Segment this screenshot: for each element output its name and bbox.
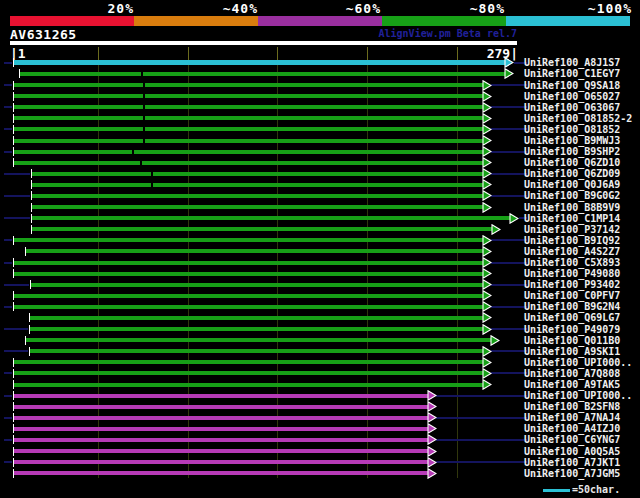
alignment-bar[interactable]	[13, 394, 428, 398]
row-label[interactable]: UniRef100_Q9SA18	[524, 80, 620, 91]
start-tick	[13, 380, 14, 389]
alignment-bar[interactable]	[31, 172, 483, 176]
row-label[interactable]: UniRef100_Q0J6A9	[524, 179, 620, 190]
alignment-bar[interactable]	[31, 183, 483, 187]
row-label[interactable]: UniRef100_B2SFN8	[524, 401, 620, 412]
arrowhead-icon	[482, 179, 492, 190]
start-tick	[29, 347, 30, 356]
row-label[interactable]: UniRef100_O63067	[524, 102, 620, 113]
alignment-bar[interactable]	[13, 139, 483, 143]
alignment-bar[interactable]	[31, 216, 510, 220]
row-label[interactable]: UniRef100_Q011B0	[524, 335, 620, 346]
guide-line-left	[4, 328, 28, 330]
row-label[interactable]: UniRef100_C0PFV7	[524, 290, 620, 301]
start-tick	[13, 125, 14, 134]
row-label[interactable]: UniRef100_C1EGY7	[524, 68, 620, 79]
alignment-bar[interactable]	[13, 438, 428, 442]
start-tick	[13, 435, 14, 444]
alignment-bar[interactable]	[13, 161, 483, 165]
row-label[interactable]: UniRef100_A8J1S7	[524, 57, 620, 68]
row-label[interactable]: UniRef100_B9IQ92	[524, 235, 620, 246]
alignment-bar[interactable]	[13, 460, 428, 464]
row-label[interactable]: UniRef100_A7JGM5	[524, 468, 620, 479]
row-label[interactable]: UniRef100_A9TAK5	[524, 379, 620, 390]
alignment-bar[interactable]	[19, 72, 505, 76]
row-label[interactable]: UniRef100_Q6ZD09	[524, 168, 620, 179]
key-segment-40	[134, 16, 258, 26]
row-label[interactable]: UniRef100_A0Q5A5	[524, 446, 620, 457]
start-tick	[13, 424, 14, 433]
row-label[interactable]: UniRef100_Q69LG7	[524, 312, 620, 323]
alignment-row: UniRef100_C1MP14	[0, 213, 640, 224]
arrowhead-icon	[427, 390, 437, 401]
row-label[interactable]: UniRef100_O81852-2	[524, 113, 632, 124]
alignment-bar[interactable]	[29, 327, 483, 331]
alignment-bar[interactable]	[25, 249, 483, 253]
arrowhead-icon	[482, 91, 492, 102]
row-label[interactable]: UniRef100_P37142	[524, 224, 620, 235]
alignment-bar[interactable]	[13, 60, 505, 65]
row-label[interactable]: UniRef100_B8B9V9	[524, 202, 620, 213]
row-label[interactable]: UniRef100_B9G0G2	[524, 190, 620, 201]
row-label[interactable]: UniRef100_A4S2Z7	[524, 246, 620, 257]
guide-line-right	[436, 417, 527, 419]
alignment-bar[interactable]	[31, 194, 483, 198]
row-label[interactable]: UniRef100_B9MWJ3	[524, 135, 620, 146]
guide-line-left	[4, 151, 12, 153]
gap-notch	[132, 149, 134, 154]
guide-line-left	[4, 217, 30, 219]
row-label[interactable]: UniRef100_UPI000..	[524, 357, 632, 368]
alignment-bar[interactable]	[13, 416, 428, 420]
row-label[interactable]: UniRef100_A7NAJ4	[524, 412, 620, 423]
alignment-bar[interactable]	[13, 294, 483, 298]
alignment-bar[interactable]	[25, 338, 491, 342]
row-label[interactable]: UniRef100_C6YNG7	[524, 434, 620, 445]
alignment-bar[interactable]	[13, 427, 428, 431]
alignment-bar[interactable]	[13, 238, 483, 242]
guide-line-right	[436, 461, 527, 463]
alignment-bar[interactable]	[13, 150, 483, 154]
gap-notch	[140, 160, 142, 165]
alignment-bar[interactable]	[31, 227, 492, 231]
row-label[interactable]: UniRef100_C1MP14	[524, 213, 620, 224]
row-label[interactable]: UniRef100_A7JKT1	[524, 457, 620, 468]
row-label[interactable]: UniRef100_B9G2N4	[524, 301, 620, 312]
row-label[interactable]: UniRef100_P93402	[524, 279, 620, 290]
row-label[interactable]: UniRef100_P49080	[524, 268, 620, 279]
row-label[interactable]: UniRef100_Q6ZD10	[524, 157, 620, 168]
alignment-bar[interactable]	[13, 272, 483, 276]
alignment-bar[interactable]	[13, 305, 483, 309]
arrowhead-icon	[482, 268, 492, 279]
alignment-bar[interactable]	[29, 316, 483, 320]
row-label[interactable]: UniRef100_UPI000..	[524, 390, 632, 401]
row-label[interactable]: UniRef100_A9SKI1	[524, 346, 620, 357]
alignment-bar[interactable]	[29, 349, 483, 353]
row-label[interactable]: UniRef100_O65027	[524, 91, 620, 102]
row-label[interactable]: UniRef100_A4IZJ0	[524, 423, 620, 434]
alignment-bar[interactable]	[13, 405, 428, 409]
alignment-row: UniRef100_B9G2N4	[0, 301, 640, 312]
alignment-bar[interactable]	[13, 105, 483, 109]
row-label[interactable]: UniRef100_B9SHP2	[524, 146, 620, 157]
alignment-bar[interactable]	[30, 283, 483, 287]
alignment-bar[interactable]	[13, 360, 483, 364]
guide-line-left	[4, 84, 12, 86]
alignment-bar[interactable]	[13, 261, 483, 265]
alignment-bar[interactable]	[13, 471, 428, 475]
row-label[interactable]: UniRef100_P49079	[524, 324, 620, 335]
alignment-bar[interactable]	[13, 449, 428, 453]
alignment-bar[interactable]	[13, 116, 483, 120]
alignment-bar[interactable]	[31, 205, 483, 209]
alignment-bar[interactable]	[13, 83, 483, 87]
start-tick	[13, 81, 14, 90]
guide-line-left	[4, 372, 12, 374]
alignment-row: UniRef100_A7NAJ4	[0, 412, 640, 423]
alignment-bar[interactable]	[13, 94, 483, 98]
alignment-bar[interactable]	[13, 383, 483, 387]
row-label[interactable]: UniRef100_C5X893	[524, 257, 620, 268]
start-tick	[13, 302, 14, 311]
row-label[interactable]: UniRef100_A7Q808	[524, 368, 620, 379]
row-label[interactable]: UniRef100_O81852	[524, 124, 620, 135]
alignment-bar[interactable]	[13, 371, 483, 375]
alignment-bar[interactable]	[13, 127, 483, 131]
